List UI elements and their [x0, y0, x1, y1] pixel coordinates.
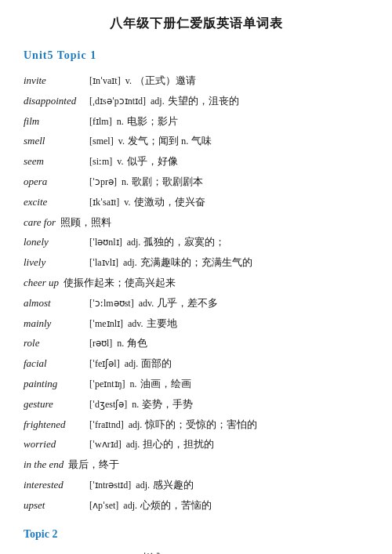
pos: v. — [125, 74, 132, 89]
word-entry: almost[ˈɔːlməʊst]adv.几乎，差不多 — [24, 295, 368, 312]
word-entry: care for照顾，照料 — [24, 215, 368, 231]
phonetic: [ˈɔprə] — [89, 175, 117, 190]
definition: 面部的 — [141, 356, 172, 371]
definition: 充满趣味的；充满生气的 — [140, 255, 252, 270]
phonetic: [ˈfraɪtnd] — [89, 418, 124, 433]
definition: 角色 — [127, 335, 147, 351]
pos: n. — [130, 551, 137, 554]
phonetic: [fɪlm] — [89, 114, 112, 129]
definition: 歌剧；歌剧剧本 — [132, 174, 203, 190]
phonetic: [ʌpˈset] — [89, 498, 118, 513]
unit-header: Unit5 Topic 1 — [24, 49, 368, 62]
definition: （正式）邀请 — [135, 73, 196, 89]
vocab-word: frightened — [24, 417, 86, 433]
vocab-word: excite — [24, 194, 86, 211]
word-entry: gesture[ˈdʒestʃə]n.姿势，手势 — [24, 396, 368, 413]
vocab-word: role — [24, 335, 86, 352]
phonetic: [ɪnˈvaɪt] — [89, 74, 121, 89]
phonetic: [siːm] — [89, 154, 112, 169]
word-entry: worried[ˈwʌrɪd]adj.担心的，担扰的 — [24, 436, 368, 453]
word-entry: frightened[ˈfraɪtnd]adj.惊吓的；受惊的；害怕的 — [24, 417, 368, 433]
word-entry: interested[ˈɪntrəstɪd]adj.感兴趣的 — [24, 477, 368, 494]
phrase-word: in the end — [24, 457, 64, 473]
phonetic: [smel] — [89, 134, 114, 149]
pos: adj. — [151, 94, 165, 109]
word-entry: exam[ɪɡˌzæm]n.考试 — [24, 550, 368, 554]
pos: adj. — [126, 437, 140, 452]
phonetic: [ɪkˈsaɪt] — [89, 195, 119, 210]
word-entry: film[fɪlm]n.电影；影片 — [24, 114, 368, 130]
phonetic: [ˈwʌrɪd] — [89, 437, 122, 452]
word-entry: upset[ʌpˈset]adj.心烦的，苦恼的 — [24, 498, 368, 514]
pos: adv. — [128, 317, 143, 331]
pos: v. — [124, 195, 130, 210]
pos: adj. — [129, 418, 143, 433]
definition: 使激动，使兴奋 — [134, 194, 205, 210]
definition: 感兴趣的 — [153, 477, 194, 493]
pos: adv. — [139, 296, 154, 311]
definition: 油画，绘画 — [140, 376, 191, 392]
phrase-def: 照顾，照料 — [60, 215, 111, 230]
word-entry: smell[smel]v.发气；闻到 n. 气味 — [24, 133, 368, 150]
phonetic: [ɪɡˌzæm] — [89, 551, 125, 554]
vocab-word: opera — [24, 174, 86, 190]
phonetic: [rəʊl] — [89, 336, 112, 351]
phonetic: [ˈdʒestʃə] — [89, 397, 127, 412]
definition: 心烦的，苦恼的 — [140, 498, 212, 513]
phonetic: [ˈləʊnlɪ] — [89, 235, 122, 250]
phrase-word: care for — [24, 215, 56, 231]
topic2-word-list: exam[ɪɡˌzæm]n.考试strict[strɪkt]adj.严格的；严密… — [24, 550, 368, 554]
phonetic: [ˈfeɪʃəl] — [89, 357, 120, 371]
pos: adj. — [123, 255, 137, 270]
definition: 几乎，差不多 — [157, 295, 218, 311]
pos: n. — [117, 114, 124, 129]
word-entry: excite[ɪkˈsaɪt]v.使激动，使兴奋 — [24, 194, 368, 211]
word-entry: invite[ɪnˈvaɪt]v.（正式）邀请 — [24, 73, 368, 89]
word-entry: in the end最后，终于 — [24, 457, 368, 473]
vocab-word: interested — [24, 477, 86, 494]
pos: v. — [117, 154, 123, 169]
definition: 发气；闻到 n. 气味 — [128, 133, 212, 149]
word-entry: mainly[ˈmeɪnlɪ]adv.主要地 — [24, 316, 368, 332]
pos: adj. — [136, 478, 150, 493]
definition: 姿势，手势 — [142, 396, 193, 412]
vocab-word: seem — [24, 154, 86, 170]
phonetic: [ˈlaɪvlɪ] — [89, 255, 118, 270]
vocab-word: worried — [24, 436, 86, 453]
word-entry: disappointed[ˌdɪsəˈpɔɪntɪd]adj.失望的，沮丧的 — [24, 93, 368, 110]
vocab-word: invite — [24, 73, 86, 89]
definition: 惊吓的；受惊的；害怕的 — [145, 417, 257, 433]
pos: n. — [117, 336, 124, 351]
topic2-header: Topic 2 — [24, 528, 368, 541]
phonetic: [ˈpeɪntɪŋ] — [89, 377, 125, 392]
phonetic: [ˌdɪsəˈpɔɪntɪd] — [89, 94, 146, 109]
definition: 孤独的，寂寞的； — [143, 234, 225, 250]
phrase-def: 最后，终于 — [68, 457, 119, 473]
phrase-word: cheer up — [24, 275, 59, 291]
vocab-word: painting — [24, 376, 86, 393]
word-entry: role[rəʊl]n.角色 — [24, 335, 368, 352]
pos: v. — [118, 134, 125, 149]
vocab-word: facial — [24, 356, 86, 372]
definition: 似乎，好像 — [127, 154, 178, 169]
phrase-def: 使振作起来；使高兴起来 — [64, 275, 176, 291]
word-entry: cheer up使振作起来；使高兴起来 — [24, 275, 368, 291]
definition: 主要地 — [147, 316, 177, 331]
word-entry: painting[ˈpeɪntɪŋ]n.油画，绘画 — [24, 376, 368, 393]
page-title: 八年级下册仁爱版英语单词表 — [24, 16, 368, 32]
definition: 考试 — [140, 550, 161, 554]
word-entry: lively[ˈlaɪvlɪ]adj.充满趣味的；充满生气的 — [24, 255, 368, 271]
word-entry: opera[ˈɔprə]n.歌剧；歌剧剧本 — [24, 174, 368, 190]
phonetic: [ˈmeɪnlɪ] — [89, 317, 123, 331]
vocab-word: exam — [24, 550, 86, 554]
vocab-word: lonely — [24, 234, 86, 251]
vocab-word: disappointed — [24, 93, 86, 110]
pos: n. — [132, 397, 139, 412]
word-entry: lonely[ˈləʊnlɪ]adj.孤独的，寂寞的； — [24, 234, 368, 251]
definition: 电影；影片 — [127, 114, 178, 129]
word-entry: seem[siːm]v.似乎，好像 — [24, 154, 368, 170]
pos: adj. — [123, 498, 137, 513]
vocab-word: smell — [24, 133, 86, 150]
vocab-word: lively — [24, 255, 86, 271]
phonetic: [ˈɔːlməʊst] — [89, 296, 134, 311]
